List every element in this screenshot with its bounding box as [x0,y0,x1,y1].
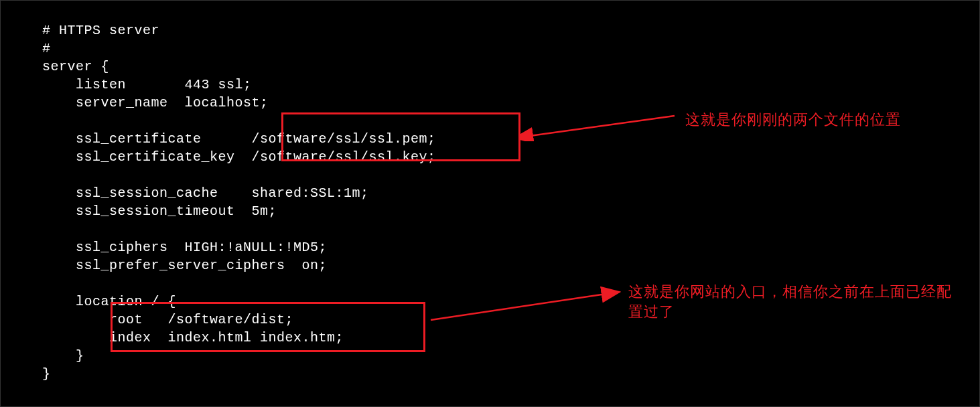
code-line: # HTTPS server [42,23,159,38]
code-line: index index.html index.htm; [42,330,344,345]
code-line: server { [42,59,109,74]
code-line: listen 443 ssl; [42,77,252,92]
code-line: # [42,41,51,56]
code-line: ssl_ciphers HIGH:!aNULL:!MD5; [42,240,327,255]
config-code-block: # HTTPS server # server { listen 443 ssl… [1,1,979,383]
code-line: location / { [42,294,176,309]
annotation-website-entry: 这就是你网站的入口，相信你之前在上面已经配置过了 [628,282,957,322]
code-line: ssl_prefer_server_ciphers on; [42,258,327,273]
code-line: } [42,348,84,363]
code-line: root /software/dist; [42,312,293,327]
code-line: } [42,366,51,382]
code-line: ssl_session_cache shared:SSL:1m; [42,185,369,201]
code-line: ssl_certificate_key /software/ssl/ssl.ke… [42,149,436,165]
code-line: ssl_certificate /software/ssl/ssl.pem; [42,131,436,147]
code-line: ssl_session_timeout 5m; [42,204,277,219]
code-line: server_name localhost; [42,95,269,110]
annotation-ssl-files: 这就是你刚刚的两个文件的位置 [685,110,901,130]
